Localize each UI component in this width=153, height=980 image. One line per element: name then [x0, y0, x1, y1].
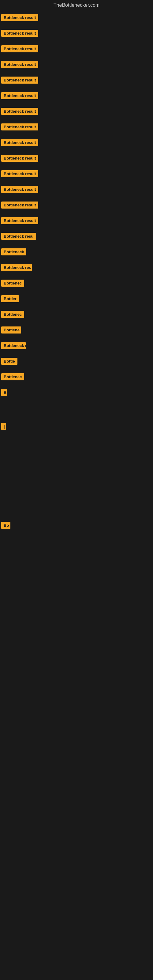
list-item: Bottleneck [1, 245, 152, 260]
bottleneck-badge[interactable]: Bo [1, 522, 10, 529]
list-item: Bottler [1, 291, 152, 307]
bottleneck-badge[interactable]: Bottlenec [1, 311, 24, 318]
bottleneck-badge[interactable]: Bottleneck result [1, 61, 38, 68]
bottleneck-badge[interactable]: Bottleneck r [1, 342, 26, 349]
bottleneck-badge[interactable]: Bottler [1, 295, 19, 302]
bottleneck-badge[interactable]: Bottleneck result [1, 217, 38, 224]
list-item: Bottleneck result [1, 41, 152, 57]
list-item: Bottlene [1, 323, 152, 339]
list-item: Bottleneck result [1, 26, 152, 41]
list-item: | [1, 419, 152, 435]
bottleneck-badge[interactable]: B [1, 389, 7, 396]
bottleneck-badge[interactable]: Bottleneck result [1, 45, 38, 52]
bottleneck-badge[interactable]: Bottleneck result [1, 108, 38, 115]
bottleneck-badge[interactable]: Bottleneck result [1, 186, 38, 193]
bottleneck-badge[interactable]: Bottleneck [1, 248, 26, 255]
list-item: Bottleneck result [1, 213, 152, 229]
bottleneck-badge[interactable]: Bottleneck result [1, 123, 38, 130]
list-item [1, 496, 152, 503]
list-item: Bottlenec [1, 370, 152, 385]
list-item: Bottleneck result [1, 104, 152, 120]
list-item: Bottleneck result [1, 151, 152, 167]
list-item: Bottleneck result [1, 57, 152, 73]
page-container: TheBottlenecker.com Bottleneck resultBot… [0, 0, 153, 534]
list-item: Bottleneck result [1, 135, 152, 151]
list-item: Bottle [1, 354, 152, 370]
list-item: Bottleneck result [1, 73, 152, 89]
bottleneck-badge[interactable]: Bottleneck result [1, 76, 38, 84]
list-item: B [1, 385, 152, 401]
bottleneck-badge[interactable]: Bottlenec [1, 280, 24, 286]
list-item: Bottleneck result [1, 198, 152, 213]
list-item: Bottleneck r [1, 339, 152, 354]
list-item: Bottleneck resu [1, 229, 152, 245]
large-spacer [1, 435, 152, 496]
items-container: Bottleneck resultBottleneck resultBottle… [0, 10, 153, 534]
bottleneck-badge[interactable]: Bottlene [1, 326, 21, 334]
list-item: Bottlenec [1, 307, 152, 323]
list-item: Bottleneck result [1, 89, 152, 104]
bottleneck-badge[interactable]: Bottleneck res [1, 264, 32, 271]
list-item: Bottleneck result [1, 167, 152, 182]
bottleneck-badge[interactable]: Bottleneck result [1, 14, 38, 21]
spacer [1, 401, 152, 419]
bottleneck-badge[interactable]: Bottleneck result [1, 202, 38, 208]
bottleneck-badge[interactable]: Bottleneck result [1, 92, 38, 99]
list-item [1, 503, 152, 511]
bottleneck-badge[interactable]: Bottleneck resu [1, 233, 36, 240]
list-item: Bottlenec [1, 276, 152, 291]
bottleneck-badge[interactable]: Bottleneck result [1, 155, 38, 162]
list-item: Bottleneck result [1, 120, 152, 135]
bottleneck-badge[interactable]: Bottlenec [1, 373, 24, 380]
list-item: Bottleneck res [1, 260, 152, 276]
site-title: TheBottlenecker.com [0, 0, 153, 10]
bottleneck-badge[interactable]: Bottleneck result [1, 30, 38, 37]
bottleneck-badge[interactable]: Bottle [1, 358, 18, 365]
list-item: Bottleneck result [1, 182, 152, 198]
bottleneck-badge[interactable]: | [1, 423, 6, 430]
bottleneck-badge[interactable]: Bottleneck result [1, 139, 38, 146]
list-item [1, 511, 152, 518]
bottleneck-badge[interactable]: Bottleneck result [1, 170, 38, 177]
list-item: Bo [1, 518, 152, 534]
list-item: Bottleneck result [1, 10, 152, 26]
